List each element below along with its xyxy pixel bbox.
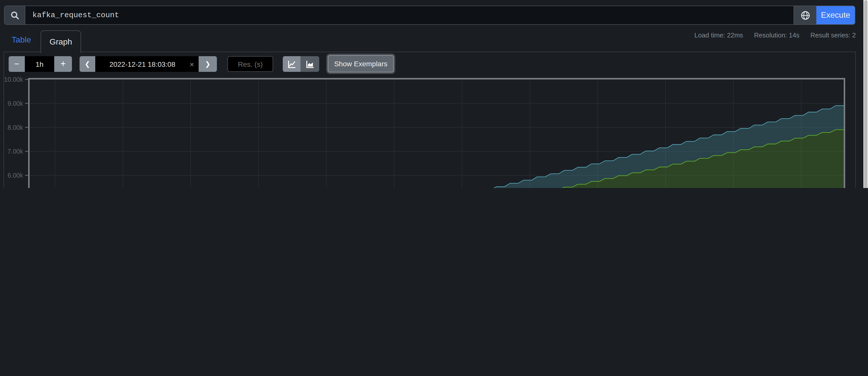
svg-text:7.00k: 7.00k (8, 148, 23, 155)
datetime-value: 2022-12-21 18:03:08 (110, 60, 184, 68)
scrollbar-thumb[interactable] (864, 0, 867, 188)
svg-text:9.00k: 9.00k (8, 100, 23, 107)
line-chart-icon (287, 60, 296, 68)
line-chart-toggle-button[interactable] (283, 56, 301, 72)
query-input[interactable] (25, 6, 794, 24)
range-control: − + (9, 56, 72, 72)
vertical-scrollbar[interactable] (863, 0, 868, 188)
query-stats: Load time: 22ms Resolution: 14s Result s… (685, 31, 856, 39)
prometheus-expression-browser: Execute Load time: 22ms Resolution: 14s … (0, 0, 868, 188)
datetime-input[interactable]: 2022-12-21 18:03:08 × (95, 56, 198, 72)
range-input[interactable] (25, 56, 54, 72)
search-addon (5, 6, 25, 24)
execute-button[interactable]: Execute (816, 6, 855, 24)
stacked-chart-toggle-button[interactable] (301, 56, 319, 72)
svg-text:10.00k: 10.00k (4, 76, 23, 83)
time-forward-button[interactable]: ❯ (198, 56, 217, 72)
chart-type-toggle (283, 56, 319, 72)
svg-text:6.00k: 6.00k (8, 172, 23, 179)
globe-icon (800, 10, 810, 20)
tab-graph[interactable]: Graph (40, 30, 81, 53)
tab-table[interactable]: Table (12, 35, 31, 44)
svg-text:8.00k: 8.00k (8, 124, 23, 131)
search-icon (10, 11, 19, 20)
range-decrease-button[interactable]: − (9, 56, 25, 72)
show-exemplars-button[interactable]: Show Exemplars (328, 55, 394, 72)
query-bar: Execute (4, 6, 855, 25)
timezone-button[interactable] (794, 6, 816, 24)
graph-panel: − + ❮ 2022-12-21 18:03:08 × ❯ (4, 52, 856, 188)
load-time: Load time: 22ms (694, 31, 743, 39)
time-back-button[interactable]: ❮ (80, 56, 95, 72)
resolution: Resolution: 14s (754, 31, 799, 39)
resolution-input[interactable] (227, 56, 273, 72)
clear-datetime-icon[interactable]: × (189, 60, 194, 68)
stacked-area-chart[interactable]: 0.001.00k2.00k3.00k4.00k5.00k6.00k7.00k8… (4, 72, 852, 188)
datetime-control: ❮ 2022-12-21 18:03:08 × ❯ (80, 56, 217, 72)
result-series: Result series: 2 (810, 31, 856, 39)
range-increase-button[interactable]: + (54, 56, 72, 72)
stacked-area-icon (306, 60, 314, 68)
